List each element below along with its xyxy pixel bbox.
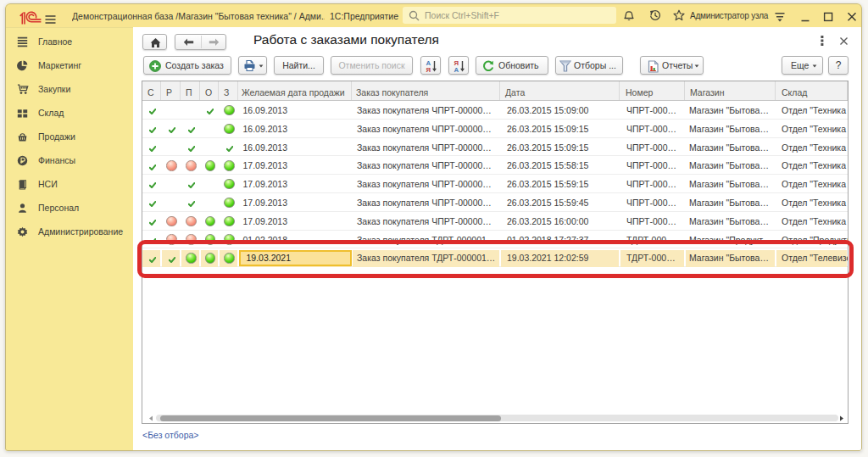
svg-text:Я: Я bbox=[426, 66, 431, 74]
svg-text:А: А bbox=[454, 66, 459, 74]
